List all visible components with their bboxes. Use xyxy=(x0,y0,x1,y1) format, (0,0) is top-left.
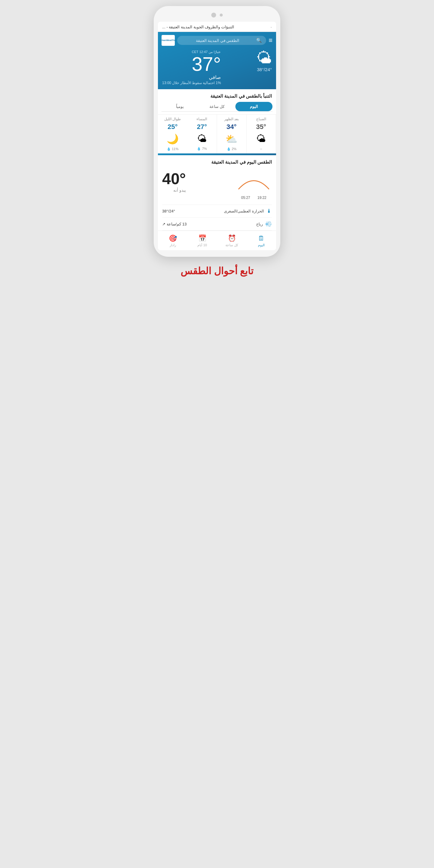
forecast-col-morning: الصباح 35° 🌤 – xyxy=(247,115,276,153)
search-bar[interactable]: 🔍 الطقس في المدينة العتيقة xyxy=(177,36,266,45)
tab-hourly[interactable]: كل ساعة xyxy=(198,102,236,111)
header-top: ≡ 🔍 الطقس في المدينة العتيقة The Weat Ch… xyxy=(158,32,276,48)
morning-icon: 🌤 xyxy=(256,133,266,144)
hourly-nav-label: كل ساعة xyxy=(225,243,238,247)
forecast-tabs: اليوم كل ساعة يومياً xyxy=(161,102,273,112)
search-icon: 🔍 xyxy=(256,38,262,43)
forecast-col-afternoon: بعد الظهر 34° ⛅ 2% 💧 xyxy=(217,115,247,153)
footer-text: تابع أحوال الطقس xyxy=(181,265,254,277)
browser-bar: - التنبؤات والظروف الجوية المدينة العتيق… xyxy=(158,22,276,32)
detail-left-wind: 💨 رياح xyxy=(256,221,272,227)
temp-value: 24°/38° xyxy=(162,209,175,213)
detail-row-wind: 💨 رياح 13 كم/ساعة ↗ xyxy=(162,218,272,230)
days-nav-icon: 📅 xyxy=(198,235,207,242)
browser-title: التنبؤات والظروف الجوية المدينة العتيقة … xyxy=(162,25,234,29)
weather-right: عتبارًا من 12:47 CET 37° صافي 1% احتمالي… xyxy=(162,50,221,85)
rain-drop-icon3: 💧 xyxy=(167,147,171,151)
forecast-section: التنبأ بالطقس في المدينة العتيقة اليوم ك… xyxy=(158,89,276,153)
weather-main: 🌤 24°/38° عتبارًا من 12:47 CET 37° صافي … xyxy=(158,48,276,89)
bottom-nav: 🗓 اليوم ⏰ كل ساعة 📅 10 أيام 🎯 رادار xyxy=(158,230,276,250)
hourly-nav-icon: ⏰ xyxy=(228,235,236,242)
detail-row-temp: 🌡 الحرارة العظمى/الصغرى 24°/38° xyxy=(162,205,272,218)
overnight-icon: 🌙 xyxy=(167,133,179,145)
search-text: الطقس في المدينة العتيقة xyxy=(181,38,254,43)
evening-rain: 7% 💧 xyxy=(197,147,207,151)
rain-probability: 1% احتمالية سقوط الأمطار خلال 13:00 xyxy=(162,81,221,85)
sun-arc-svg xyxy=(236,171,272,192)
today-temperature: 40° xyxy=(162,171,186,187)
detail-left-temp: 🌡 الحرارة العظمى/الصغرى xyxy=(224,208,272,214)
rain-drop-icon2: 💧 xyxy=(197,147,201,150)
forecast-col-evening: المساء 27° 🌤 7% 💧 xyxy=(187,115,217,153)
today-right: 40° يبدو أنه xyxy=(162,171,186,193)
today-content: 19:22 05:27 40° يبدو أنه xyxy=(158,168,276,203)
forecast-title: التنبأ بالطقس في المدينة العتيقة xyxy=(158,89,276,102)
radar-nav-icon: 🎯 xyxy=(169,235,177,242)
afternoon-icon: ⛅ xyxy=(225,133,238,145)
evening-temp: 27° xyxy=(197,123,207,131)
weather-channel-logo: The Weat Chan xyxy=(161,35,175,46)
nav-10days[interactable]: 📅 10 أيام xyxy=(187,233,217,248)
forecast-columns: الصباح 35° 🌤 – بعد الظهر 34° ⛅ 2% 💧 المس… xyxy=(158,114,276,153)
nav-radar[interactable]: 🎯 رادار xyxy=(158,233,187,248)
sunset-time: 19:22 xyxy=(257,195,267,200)
nav-today[interactable]: 🗓 اليوم xyxy=(247,233,276,248)
weather-low-high: 24°/38° xyxy=(257,67,272,72)
weather-condition-icon: 🌤 xyxy=(256,50,272,66)
today-nav-icon: 🗓 xyxy=(258,235,265,242)
sunrise-sunset-area: 19:22 05:27 xyxy=(236,171,272,200)
front-camera xyxy=(211,13,216,18)
today-feels-like: يبدو أنه xyxy=(162,188,186,193)
overnight-label: طوال الليل xyxy=(164,117,181,121)
phone-top-bar xyxy=(158,13,276,18)
evening-label: المساء xyxy=(196,117,207,121)
afternoon-rain: 2% 💧 xyxy=(227,147,237,151)
today-details: 🌡 الحرارة العظمى/الصغرى 24°/38° 💨 رياح 1… xyxy=(162,205,272,230)
wind-value: 13 كم/ساعة ↗ xyxy=(162,222,187,226)
wind-icon: 💨 xyxy=(265,221,272,227)
overnight-rain: 11% 💧 xyxy=(167,147,179,151)
today-section: الطقس اليوم في المدينة العتيقة 19:22 05:… xyxy=(158,155,276,230)
wind-label: رياح xyxy=(256,222,263,226)
menu-icon[interactable]: ≡ xyxy=(269,36,273,44)
app-container: ≡ 🔍 الطقس في المدينة العتيقة The Weat Ch… xyxy=(158,32,276,250)
speaker-dot xyxy=(220,13,223,17)
today-title: الطقس اليوم في المدينة العتيقة xyxy=(158,155,276,168)
sunrise-time: 05:27 xyxy=(241,195,250,200)
morning-temp: 35° xyxy=(256,123,266,131)
weather-condition-label: صافي xyxy=(162,74,221,80)
evening-icon: 🌤 xyxy=(197,133,207,144)
morning-label: الصباح xyxy=(256,117,266,121)
days-nav-label: 10 أيام xyxy=(197,243,207,247)
phone-frame: - التنبؤات والظروف الجوية المدينة العتيق… xyxy=(154,6,280,257)
sun-times: 19:22 05:27 xyxy=(241,195,267,200)
current-temperature: 37° xyxy=(162,55,221,74)
afternoon-label: بعد الظهر xyxy=(224,117,239,121)
thermometer-icon: 🌡 xyxy=(267,208,272,214)
browser-dash: - xyxy=(271,25,272,29)
morning-rain: – xyxy=(260,147,262,150)
weather-icon-area: 🌤 24°/38° xyxy=(256,50,272,72)
forecast-col-overnight: طوال الليل 25° 🌙 11% 💧 xyxy=(158,115,187,153)
tab-daily[interactable]: يومياً xyxy=(161,102,198,111)
nav-hourly[interactable]: ⏰ كل ساعة xyxy=(217,233,247,248)
tab-today[interactable]: اليوم xyxy=(236,102,273,111)
radar-nav-label: رادار xyxy=(170,243,176,247)
today-nav-label: اليوم xyxy=(258,243,265,247)
rain-drop-icon: 💧 xyxy=(227,147,231,151)
temp-label: الحرارة العظمى/الصغرى xyxy=(224,209,264,213)
afternoon-temp: 34° xyxy=(226,123,236,131)
weather-header: ≡ 🔍 الطقس في المدينة العتيقة The Weat Ch… xyxy=(158,32,276,89)
overnight-temp: 25° xyxy=(167,123,178,131)
